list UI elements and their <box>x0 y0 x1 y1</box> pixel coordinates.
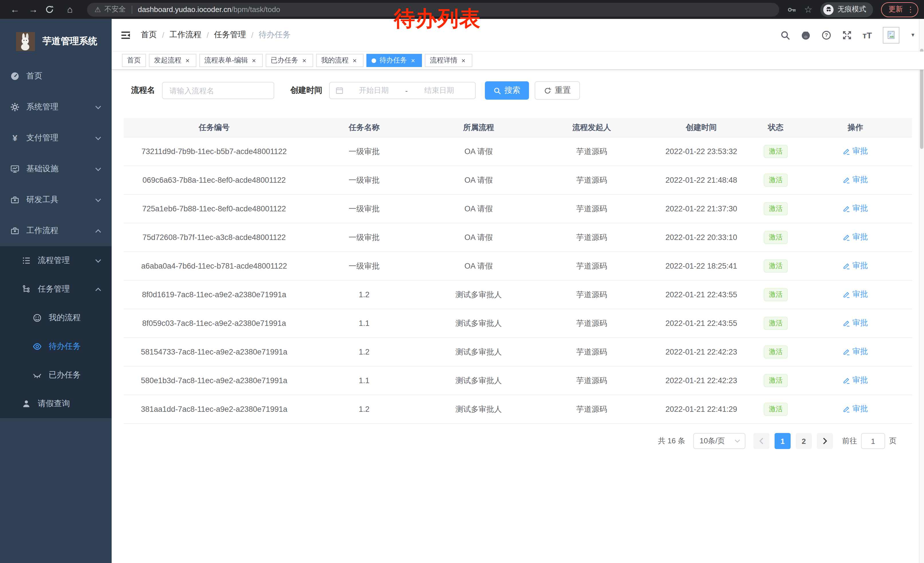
cell-task-name: 1.2 <box>304 405 424 413</box>
table-header: 任务编号 任务名称 所属流程 流程发起人 创建时间 状态 操作 <box>124 118 912 137</box>
avatar[interactable] <box>883 27 899 43</box>
tab-done-tasks[interactable]: 已办任务× <box>266 54 313 67</box>
app-logo-row: 芋道管理系统 <box>0 19 112 57</box>
home-icon[interactable]: ⌂ <box>63 5 76 14</box>
close-icon[interactable]: × <box>410 56 417 65</box>
sidebar-item-task-mgmt[interactable]: 任务管理 <box>0 275 112 303</box>
search-button-label: 搜索 <box>504 86 520 96</box>
close-icon[interactable]: × <box>351 56 358 65</box>
chevron-down-icon <box>95 105 101 109</box>
bookmark-star-icon[interactable]: ☆ <box>804 4 812 15</box>
incognito-label: 无痕模式 <box>837 5 866 14</box>
status-badge: 激活 <box>764 374 788 387</box>
search-icon[interactable] <box>780 30 790 40</box>
search-button[interactable]: 搜索 <box>485 81 529 100</box>
table-row: 8f0d1619-7ac8-11ec-a9e2-a2380e71991a 1.2… <box>124 281 912 309</box>
goto-page-input[interactable] <box>861 433 885 449</box>
cell-task-name: 1.1 <box>304 376 424 385</box>
scrollbar[interactable] <box>919 19 924 563</box>
address-bar[interactable]: ⚠ 不安全 dashboard.yudao.iocoder.cn /bpm/ta… <box>87 3 779 17</box>
page-button-1[interactable]: 1 <box>775 433 790 449</box>
sidebar-item-process-mgmt[interactable]: 流程管理 <box>0 246 112 275</box>
sidebar-item-label: 工作流程 <box>26 226 58 236</box>
approve-link[interactable]: 审批 <box>843 404 868 414</box>
briefcase-icon <box>10 226 20 236</box>
page-size-select[interactable]: 10条/页 <box>693 433 746 449</box>
back-icon[interactable]: ← <box>9 5 21 14</box>
tab-form-edit[interactable]: 流程表单-编辑× <box>199 54 263 67</box>
date-range-picker[interactable]: 开始日期 - 结束日期 <box>329 82 476 99</box>
approve-link[interactable]: 审批 <box>843 146 868 157</box>
sidebar-item-devtools[interactable]: 研发工具 <box>0 185 112 215</box>
tab-todo-tasks[interactable]: 待办任务× <box>366 54 422 67</box>
browser-menu-icon[interactable]: ⋮ <box>907 5 914 14</box>
approve-link[interactable]: 审批 <box>843 204 868 214</box>
approve-link[interactable]: 审批 <box>843 232 868 243</box>
sidebar-item-done-tasks[interactable]: 已办任务 <box>0 361 112 389</box>
cell-starter: 芋道源码 <box>534 261 650 271</box>
close-icon[interactable]: × <box>300 56 308 65</box>
update-button[interactable]: 更新 ⋮ <box>881 2 918 17</box>
reset-button[interactable]: 重置 <box>535 81 580 100</box>
col-status: 状态 <box>753 122 799 132</box>
font-size-icon[interactable]: тT <box>862 30 872 40</box>
cell-task-id: a6aba0a4-7b6d-11ec-b781-acde48001122 <box>124 262 304 270</box>
cell-task-id: 725a1eb6-7b88-11ec-8ef0-acde48001122 <box>124 204 304 213</box>
cell-process: OA 请假 <box>424 146 534 157</box>
forward-icon[interactable]: → <box>27 5 39 14</box>
svg-text:?: ? <box>825 32 828 38</box>
close-icon[interactable]: × <box>250 56 258 65</box>
breadcrumb-task-mgmt[interactable]: 任务管理 <box>214 30 246 40</box>
breadcrumb-separator: / <box>207 30 209 39</box>
breadcrumb-workflow[interactable]: 工作流程 <box>170 30 201 40</box>
calendar-icon <box>336 87 344 95</box>
key-icon[interactable] <box>787 5 796 14</box>
reload-icon[interactable] <box>45 5 58 14</box>
approve-link[interactable]: 审批 <box>843 347 868 357</box>
process-name-input[interactable] <box>162 82 274 99</box>
sidebar-item-todo-tasks[interactable]: 待办任务 <box>0 332 112 361</box>
next-page-button[interactable] <box>817 433 833 449</box>
table-row: 580e1b3d-7ac8-11ec-a9e2-a2380e71991a 1.1… <box>124 366 912 395</box>
approve-link[interactable]: 审批 <box>843 375 868 386</box>
tab-process-detail[interactable]: 流程详情× <box>425 54 472 67</box>
sidebar-item-payment[interactable]: ¥ 支付管理 <box>0 123 112 153</box>
chevron-down-icon <box>95 258 101 263</box>
approve-link[interactable]: 审批 <box>843 175 868 185</box>
page-button-2[interactable]: 2 <box>796 433 812 449</box>
sidebar-item-home[interactable]: 首页 <box>0 61 112 92</box>
cell-task-id: 8f059c03-7ac8-11ec-a9e2-a2380e71991a <box>124 319 304 327</box>
approve-link[interactable]: 审批 <box>843 318 868 329</box>
close-icon[interactable]: × <box>460 56 467 65</box>
approve-link[interactable]: 审批 <box>843 290 868 300</box>
help-icon[interactable]: ? <box>821 30 831 40</box>
sidebar-item-infrastructure[interactable]: 基础设施 <box>0 153 112 185</box>
sidebar-item-workflow[interactable]: 工作流程 <box>0 215 112 246</box>
sidebar-item-leave-query[interactable]: 请假查询 <box>0 389 112 418</box>
status-badge: 激活 <box>764 231 788 244</box>
status-badge: 激活 <box>764 288 788 301</box>
approve-link[interactable]: 审批 <box>843 261 868 271</box>
tab-start-process[interactable]: 发起流程× <box>149 54 196 67</box>
approve-label: 审批 <box>852 146 868 157</box>
sidebar-item-my-process[interactable]: 我的流程 <box>0 303 112 332</box>
gear-icon <box>10 102 20 112</box>
cell-create-time: 2022-01-21 22:41:29 <box>650 405 753 413</box>
prev-page-button[interactable] <box>753 433 770 449</box>
breadcrumb-home[interactable]: 首页 <box>141 30 157 40</box>
security-label[interactable]: 不安全 <box>104 5 126 14</box>
breadcrumb-separator: / <box>251 30 254 39</box>
end-date-placeholder[interactable]: 结束日期 <box>409 86 470 96</box>
sidebar-toggle-icon[interactable] <box>120 30 131 40</box>
github-icon[interactable] <box>801 30 810 40</box>
avatar-caret-icon[interactable]: ▼ <box>910 32 915 38</box>
table-row: 58154733-7ac8-11ec-a9e2-a2380e71991a 1.2… <box>124 338 912 366</box>
close-icon[interactable]: × <box>184 56 191 65</box>
tab-my-process[interactable]: 我的流程× <box>316 54 363 67</box>
chevron-up-icon <box>95 229 101 233</box>
tab-home[interactable]: 首页 <box>122 54 146 67</box>
sidebar-item-system[interactable]: 系统管理 <box>0 92 112 123</box>
start-date-placeholder[interactable]: 开始日期 <box>344 86 404 96</box>
fullscreen-icon[interactable] <box>842 30 852 40</box>
cell-task-id: 75d72608-7b7f-11ec-a3c8-acde48001122 <box>124 233 304 242</box>
